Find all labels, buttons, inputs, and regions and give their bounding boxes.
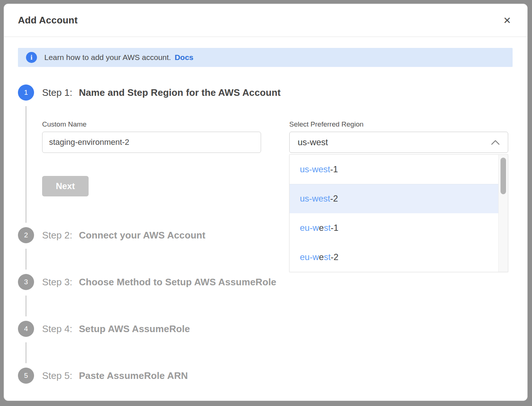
step-2-circle: 2 [18, 227, 34, 243]
docs-info-banner: i Learn how to add your AWS account. Doc… [18, 48, 513, 67]
step-3-rail: 3 [18, 274, 34, 321]
step-1-heading: Step 1: Name and Step Region for the AWS… [42, 84, 513, 101]
region-option-us-west-1[interactable]: us-west-1 [290, 155, 508, 184]
region-dropdown: us-west-1 us-west-2 eu-west-1 eu-west-2 [289, 154, 508, 272]
banner-message: Learn how to add your AWS account. [44, 53, 171, 62]
step-3: 3 Step 3: Choose Method to Setup AWS Ass… [18, 274, 513, 321]
option-match-text: us-west [300, 164, 330, 174]
region-option-us-west-2[interactable]: us-west-2 [290, 184, 508, 213]
add-account-modal: Add Account ✕ i Learn how to add your AW… [4, 4, 528, 401]
step-1-prefix: Step 1: [42, 87, 72, 98]
step-3-prefix: Step 3: [42, 277, 72, 288]
region-label: Select Preferred Region [289, 120, 508, 128]
region-select[interactable]: us-west [289, 132, 508, 153]
dropdown-scrollbar-track[interactable] [498, 155, 508, 272]
option-match-text: us-west [300, 193, 330, 204]
step-5: 5 Step 5: Paste AssumeRole ARN [18, 368, 513, 395]
region-select-wrap: us-west us-west-1 [289, 132, 508, 153]
step-connector-line [26, 106, 26, 223]
option-match-text: eu-w [300, 223, 319, 233]
custom-name-input[interactable] [42, 132, 261, 153]
option-rest-text: -2 [331, 252, 338, 262]
step-connector-line [26, 296, 26, 316]
region-option-eu-west-2[interactable]: eu-west-2 [290, 243, 508, 272]
option-match-text: st [324, 223, 331, 233]
step-5-heading: Step 5: Paste AssumeRole ARN [42, 368, 513, 384]
step-5-main: Step 5: Paste AssumeRole ARN [42, 368, 513, 395]
custom-name-column: Custom Name Next [42, 120, 261, 196]
step-4-main: Step 4: Setup AWS AssumeRole [42, 321, 513, 368]
option-match-text: st [324, 252, 331, 262]
option-rest-text: e [319, 223, 324, 233]
option-match-text: eu-w [300, 252, 319, 262]
step-5-rail: 5 [18, 368, 34, 395]
step-5-circle: 5 [18, 368, 34, 384]
info-icon: i [26, 52, 37, 63]
chevron-up-icon [491, 140, 500, 145]
dropdown-scrollbar-thumb[interactable] [501, 158, 506, 194]
step-5-title: Paste AssumeRole ARN [79, 370, 188, 381]
step-1: 1 Step 1: Name and Step Region for the A… [18, 84, 513, 227]
step-4-prefix: Step 4: [42, 323, 72, 335]
close-icon[interactable]: ✕ [503, 16, 511, 25]
region-option-eu-west-1[interactable]: eu-west-1 [290, 213, 508, 243]
step-connector-line [26, 342, 26, 363]
step-2-prefix: Step 2: [42, 230, 72, 241]
step-1-main: Step 1: Name and Step Region for the AWS… [42, 84, 513, 227]
option-rest-text: -2 [330, 193, 338, 204]
step-4-rail: 4 [18, 321, 34, 368]
step-connector-line [26, 249, 26, 270]
step-3-circle: 3 [18, 274, 34, 290]
option-rest-text: -1 [331, 223, 338, 233]
step-3-main: Step 3: Choose Method to Setup AWS Assum… [42, 274, 513, 321]
step-4-circle: 4 [18, 321, 34, 337]
next-button[interactable]: Next [42, 176, 89, 196]
step-1-title: Name and Step Region for the AWS Account [79, 87, 280, 98]
step-3-heading: Step 3: Choose Method to Setup AWS Assum… [42, 274, 513, 290]
docs-link[interactable]: Docs [175, 53, 193, 62]
step-1-form: Custom Name Next Select Preferred Region… [42, 120, 513, 196]
option-rest-text: e [319, 252, 324, 262]
modal-body: i Learn how to add your AWS account. Doc… [4, 37, 527, 395]
step-5-prefix: Step 5: [42, 370, 72, 381]
region-select-value: us-west [298, 137, 328, 147]
page-title: Add Account [18, 15, 78, 26]
step-2-title: Connect your AWS Account [79, 230, 205, 241]
custom-name-label: Custom Name [42, 120, 261, 128]
step-3-title: Choose Method to Setup AWS AssumeRole [79, 277, 276, 288]
option-rest-text: -1 [330, 164, 338, 174]
step-1-circle: 1 [18, 84, 34, 101]
modal-header: Add Account ✕ [4, 4, 527, 37]
step-2-rail: 2 [18, 227, 34, 274]
step-4: 4 Step 4: Setup AWS AssumeRole [18, 321, 513, 368]
step-4-title: Setup AWS AssumeRole [79, 323, 190, 335]
step-4-heading: Step 4: Setup AWS AssumeRole [42, 321, 513, 337]
region-column: Select Preferred Region us-west [289, 120, 508, 196]
step-1-rail: 1 [18, 84, 34, 227]
